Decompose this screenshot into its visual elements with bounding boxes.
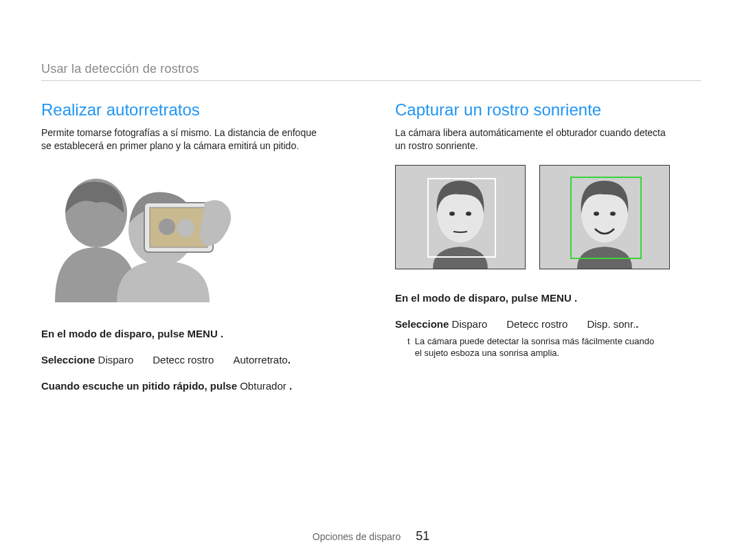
step-left-2: Seleccione DisparoDetecc rostroAutorretr…	[41, 352, 347, 368]
step-right-1-post: .	[572, 292, 577, 304]
step-left-2-c: Autorretrato	[233, 354, 287, 366]
step-right-1: En el modo de disparo, pulse MENU .	[395, 290, 701, 306]
step-left-2-pre: Seleccione	[41, 354, 98, 366]
shutter-label: Obturador	[240, 380, 286, 392]
step-left-1-post: .	[218, 328, 223, 339]
section-title-right: Capturar un rostro sonriente	[395, 100, 701, 120]
svg-point-4	[159, 219, 175, 235]
breadcrumb: Usar la detección de rostros	[41, 62, 701, 81]
body-left-line2: se establecerá en primer plano y la cáma…	[41, 140, 299, 151]
corner-icon	[633, 251, 642, 259]
step-left-2-a: Disparo	[98, 354, 134, 366]
corner-icon	[570, 251, 578, 259]
note-right: t La cámara puede detectar la sonrisa má…	[395, 335, 701, 359]
svg-point-5	[177, 219, 194, 237]
menu-button-label: MENU	[188, 328, 218, 339]
step-right-1-pre: En el modo de disparo, pulse	[395, 292, 541, 304]
step-left-1-pre: En el modo de disparo, pulse	[41, 328, 188, 339]
step-right-2-b: Detecc rostro	[506, 318, 567, 330]
face-detect-box-white	[427, 178, 496, 258]
corner-icon	[570, 177, 578, 185]
step-left-3: Cuando escuche un pitido rápido, pulse O…	[41, 378, 347, 394]
corner-icon	[633, 177, 642, 185]
face-detect-box-green	[570, 177, 642, 259]
body-left: Permite tomarse fotografías a sí mismo. …	[41, 126, 347, 153]
menu-button-label-right: MENU	[541, 292, 572, 304]
note-line1: La cámara puede detectar la sonrisa más …	[415, 336, 654, 346]
page-number: 51	[416, 529, 429, 543]
section-self-portrait: Realizar autorretratos Permite tomarse f…	[41, 100, 347, 394]
note-line2: el sujeto esboza una sonrisa amplia.	[415, 348, 559, 358]
section-title-left: Realizar autorretratos	[41, 100, 347, 120]
illustration-smile-panels	[395, 165, 701, 269]
step-right-2-pre: Seleccione	[395, 318, 452, 330]
step-left-1: En el modo de disparo, pulse MENU .	[41, 326, 347, 342]
step-right-2-c: Disp. sonr.	[587, 318, 636, 330]
note-bullet: t	[407, 336, 410, 346]
body-right-line1: La cámara libera automáticamente el obtu…	[395, 127, 666, 138]
face-panel-smile	[539, 165, 670, 269]
step-right-2: Seleccione DisparoDetecc rostroDisp. son…	[395, 316, 701, 333]
selfie-illustration-svg	[41, 165, 247, 302]
face-panel-neutral	[395, 165, 526, 269]
step-right-2-a: Disparo	[452, 318, 488, 330]
step-left-2-b: Detecc rostro	[153, 354, 214, 366]
step-left-3-pre: Cuando escuche un pitido rápido, pulse	[41, 380, 240, 392]
step-left-2-post: .	[288, 354, 291, 366]
footer-section: Opciones de disparo	[313, 531, 401, 542]
body-right-line2: un rostro sonriente.	[395, 140, 478, 151]
step-left-3-post: .	[286, 380, 292, 392]
body-right: La cámara libera automáticamente el obtu…	[395, 126, 701, 153]
illustration-self-portrait	[41, 165, 347, 305]
body-left-line1: Permite tomarse fotografías a sí mismo. …	[41, 127, 317, 138]
section-smile-shot: Capturar un rostro sonriente La cámara l…	[395, 100, 701, 394]
step-right-2-post: .	[636, 318, 638, 330]
page-footer: Opciones de disparo 51	[0, 529, 742, 544]
